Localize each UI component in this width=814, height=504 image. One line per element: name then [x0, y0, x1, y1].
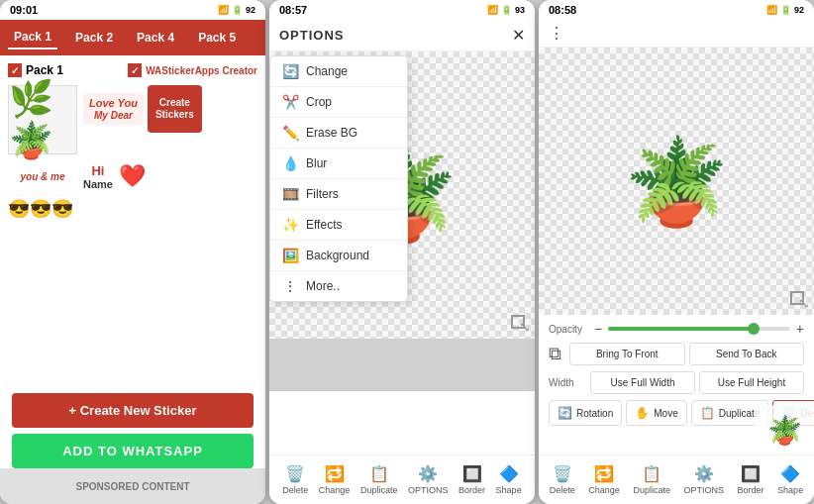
resize-icon[interactable]: ⤡: [519, 319, 531, 335]
creator-checkbox[interactable]: ✓: [128, 63, 142, 77]
sticker-create[interactable]: CreateStickers: [148, 85, 202, 133]
sticker-heart[interactable]: ❤️: [119, 163, 146, 189]
sticker-sunglasses[interactable]: 😎😎😎: [8, 198, 73, 220]
p3-header: ⋮: [539, 20, 814, 48]
add-to-whatsapp-button[interactable]: ADD TO WHATSAPP: [12, 434, 254, 468]
move-btn[interactable]: ✋ Move: [626, 400, 686, 426]
p3-change-icon: 🔁: [594, 464, 614, 483]
send-to-back-btn[interactable]: Send To Back: [689, 343, 805, 365]
menu-erasebg[interactable]: ✏️ Erase BG: [270, 118, 407, 149]
p3-duplicate-label: Duplicate: [633, 485, 670, 495]
tab-pack5[interactable]: Pack 5: [192, 27, 242, 49]
bottom-gray: [269, 339, 535, 391]
creator-name: WAStickerApps Creator: [146, 65, 257, 76]
toolbar-delete-label: Delete: [282, 485, 308, 495]
tab-pack1[interactable]: Pack 1: [8, 26, 57, 50]
p3-canvas[interactable]: 🪴 ⤡: [539, 48, 814, 315]
battery-level-1: 92: [246, 5, 255, 15]
filters-icon: 🎞️: [282, 186, 298, 202]
delete-icon: 🗑️: [285, 464, 305, 483]
p3-toolbar-shape[interactable]: 🔷 Shape: [777, 464, 803, 495]
more-icon: ⋮: [282, 278, 298, 294]
toolbar-options[interactable]: ⚙️ OPTIONS: [408, 464, 449, 495]
sticker-plant-3: 🪴: [624, 140, 729, 224]
toolbar-duplicate[interactable]: 📋 Duplicate: [360, 464, 398, 495]
toolbar-shape[interactable]: 🔷 Shape: [496, 464, 522, 495]
tab-pack2[interactable]: Pack 2: [69, 27, 119, 49]
vertical-dots-icon[interactable]: ⋮: [549, 24, 566, 43]
menu-filters[interactable]: 🎞️ Filters: [270, 179, 407, 210]
tab-pack4[interactable]: Pack 4: [131, 27, 180, 49]
p1-bottom: + Create New Sticker ADD TO WHATSAPP: [0, 393, 265, 468]
change-icon: 🔄: [282, 63, 298, 79]
p3-delete-label: Delete: [550, 485, 575, 495]
menu-change-label: Change: [306, 64, 348, 78]
width-label: Width: [549, 377, 586, 388]
main-sticker[interactable]: 🌿🪴: [8, 85, 77, 154]
menu-blur-label: Blur: [306, 156, 327, 170]
create-new-sticker-button[interactable]: + Create New Sticker: [12, 393, 254, 428]
use-full-width-btn[interactable]: Use Full Width: [590, 371, 695, 394]
time-1: 09:01: [10, 4, 38, 16]
order-row: ⧉ Bring To Front Send To Back: [549, 343, 804, 365]
toolbar-change[interactable]: 🔁 Change: [319, 464, 351, 495]
time-3: 08:58: [549, 4, 576, 16]
opacity-minus[interactable]: −: [594, 321, 602, 337]
menu-change[interactable]: 🔄 Change: [270, 56, 407, 87]
change-toolbar-icon: 🔁: [325, 464, 345, 483]
duplicate-icon: 📋: [369, 464, 389, 483]
menu-background-label: Background: [306, 249, 369, 262]
pack-name: Pack 1: [26, 63, 63, 77]
menu-blur[interactable]: 💧 Blur: [270, 149, 407, 179]
menu-crop[interactable]: ✂️ Crop: [270, 87, 407, 118]
status-icons-3: 📶 🔋 92: [766, 5, 804, 15]
opacity-slider[interactable]: [608, 327, 790, 331]
p3-resize-icon[interactable]: ⤡: [798, 295, 810, 311]
battery-icon: 🔋: [232, 5, 243, 15]
p3-toolbar-change[interactable]: 🔁 Change: [588, 464, 620, 495]
close-button[interactable]: ✕: [512, 26, 525, 45]
pack-header: ✓ Pack 1 ✓ WAStickerApps Creator: [8, 63, 257, 77]
pack-checkbox[interactable]: ✓: [8, 63, 22, 77]
toolbar-delete[interactable]: 🗑️ Delete: [282, 464, 308, 495]
opacity-label: Opacity: [549, 324, 586, 335]
rotation-btn[interactable]: 🔄 Rotation: [549, 400, 622, 426]
status-icons-1: 📶 🔋 92: [218, 5, 255, 15]
blur-icon: 💧: [282, 155, 298, 171]
opacity-slider-thumb: [748, 323, 760, 335]
use-full-height-btn[interactable]: Use Full Height: [699, 371, 804, 394]
menu-effects[interactable]: ✨ Effects: [270, 210, 407, 241]
menu-filters-label: Filters: [306, 187, 339, 201]
p3-toolbar-border[interactable]: 🔲 Border: [738, 464, 764, 495]
p3-toolbar-delete[interactable]: 🗑️ Delete: [550, 464, 575, 495]
p3-toolbar-duplicate[interactable]: 📋 Duplicate: [633, 464, 670, 495]
duplicate-action-icon: 📋: [700, 406, 715, 420]
wifi-icon-3: 📶: [766, 5, 777, 15]
toolbar-border[interactable]: 🔲 Border: [458, 464, 485, 495]
sticker-youme[interactable]: you & me: [8, 158, 77, 194]
sticker-hiname[interactable]: Hi Name: [83, 163, 113, 190]
status-bar-2: 08:57 📶 🔋 93: [269, 0, 535, 20]
move-icon: ✋: [635, 406, 650, 420]
opacity-slider-container: − +: [594, 321, 804, 337]
status-bar-3: 08:58 📶 🔋 92: [539, 0, 814, 20]
toolbar-border-label: Border: [458, 485, 485, 495]
p3-duplicate-icon: 📋: [642, 464, 661, 483]
p2-toolbar: 🗑️ Delete 🔁 Change 📋 Duplicate ⚙️ OPTION…: [269, 454, 535, 504]
menu-more[interactable]: ⋮ More..: [270, 271, 407, 301]
p3-toolbar-options[interactable]: ⚙️ OPTIONS: [683, 464, 724, 495]
menu-background[interactable]: 🖼️ Background: [270, 241, 407, 271]
rotation-icon: 🔄: [558, 406, 572, 420]
toolbar-options-label: OPTIONS: [408, 485, 449, 495]
opacity-row: Opacity − +: [549, 321, 804, 337]
battery-icon-2: 🔋: [501, 5, 512, 15]
status-icons-2: 📶 🔋 93: [487, 5, 525, 15]
phone-2: 08:57 📶 🔋 93 OPTIONS ✕ 🪴 ⤡ 🔄 Change ✂️ C…: [269, 0, 535, 504]
p3-border-label: Border: [738, 485, 764, 495]
status-bar-1: 09:01 📶 🔋 92: [0, 0, 265, 20]
toolbar-shape-label: Shape: [496, 485, 522, 495]
time-2: 08:57: [279, 4, 307, 16]
sticker-loveyou[interactable]: Love You My Dear: [83, 93, 144, 125]
opacity-plus[interactable]: +: [796, 321, 804, 337]
bring-to-front-btn[interactable]: Bring To Front: [569, 343, 685, 365]
